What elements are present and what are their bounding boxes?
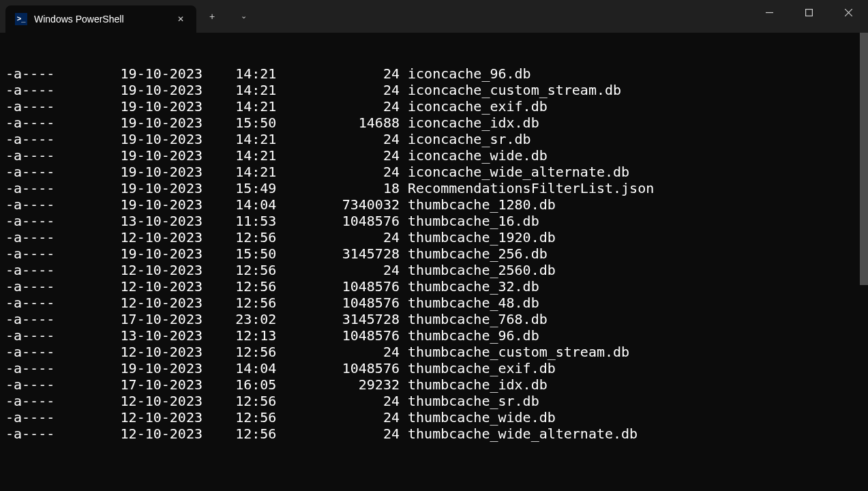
listing-row: -a---- 13-10-2023 12:13 1048576 thumbcac… — [5, 327, 863, 344]
listing-row: -a---- 19-10-2023 14:21 24 iconcache_wid… — [5, 164, 863, 180]
powershell-icon: >_ — [15, 13, 27, 25]
listing-row: -a---- 12-10-2023 12:56 24 thumbcache_wi… — [5, 426, 863, 442]
listing-row: -a---- 19-10-2023 15:50 3145728 thumbcac… — [5, 246, 863, 262]
listing-row: -a---- 19-10-2023 15:50 14688 iconcache_… — [5, 115, 863, 131]
listing-row: -a---- 19-10-2023 14:04 1048576 thumbcac… — [5, 360, 863, 376]
minimize-button[interactable] — [749, 0, 789, 25]
tab-dropdown-button[interactable]: ⌄ — [228, 0, 259, 33]
listing-row: -a---- 19-10-2023 14:04 7340032 thumbcac… — [5, 196, 863, 213]
listing-row: -a---- 19-10-2023 14:21 24 iconcache_96.… — [5, 65, 863, 82]
svg-rect-1 — [805, 10, 812, 16]
listing-row: -a---- 12-10-2023 12:56 24 thumbcache_25… — [5, 262, 863, 278]
close-tab-button[interactable]: ✕ — [175, 12, 187, 27]
titlebar-drag-area[interactable] — [259, 0, 749, 33]
scrollbar-thumb[interactable] — [860, 33, 868, 285]
listing-row: -a---- 12-10-2023 12:56 1048576 thumbcac… — [5, 278, 863, 295]
listing-row: -a---- 12-10-2023 12:56 24 thumbcache_sr… — [5, 393, 863, 409]
listing-row: -a---- 17-10-2023 23:02 3145728 thumbcac… — [5, 311, 863, 327]
maximize-button[interactable] — [789, 0, 828, 25]
listing-row: -a---- 19-10-2023 14:21 24 iconcache_wid… — [5, 147, 863, 164]
listing-row: -a---- 12-10-2023 12:56 24 thumbcache_cu… — [5, 344, 863, 360]
window-controls — [749, 0, 868, 33]
titlebar: >_ Windows PowerShell ✕ + ⌄ — [0, 0, 868, 33]
listing-row: -a---- 12-10-2023 12:56 24 thumbcache_19… — [5, 229, 863, 246]
listing-row: -a---- 19-10-2023 14:21 24 iconcache_exi… — [5, 98, 863, 115]
listing-row: -a---- 17-10-2023 16:05 29232 thumbcache… — [5, 376, 863, 393]
tab-powershell[interactable]: >_ Windows PowerShell ✕ — [5, 5, 196, 33]
listing-row: -a---- 12-10-2023 12:56 24 thumbcache_wi… — [5, 409, 863, 426]
directory-listing: -a---- 19-10-2023 14:21 24 iconcache_96.… — [5, 65, 863, 442]
listing-row: -a---- 19-10-2023 15:49 18 Recommendatio… — [5, 180, 863, 196]
listing-row: -a---- 13-10-2023 11:53 1048576 thumbcac… — [5, 213, 863, 229]
listing-row: -a---- 19-10-2023 14:21 24 iconcache_sr.… — [5, 131, 863, 147]
new-tab-button[interactable]: + — [196, 0, 228, 33]
tab-title: Windows PowerShell — [34, 14, 168, 25]
listing-row: -a---- 19-10-2023 14:21 24 iconcache_cus… — [5, 82, 863, 98]
blank-line — [5, 475, 863, 491]
listing-row: -a---- 12-10-2023 12:56 1048576 thumbcac… — [5, 295, 863, 311]
terminal-viewport[interactable]: -a---- 19-10-2023 14:21 24 iconcache_96.… — [0, 33, 868, 491]
close-window-button[interactable] — [828, 0, 868, 25]
